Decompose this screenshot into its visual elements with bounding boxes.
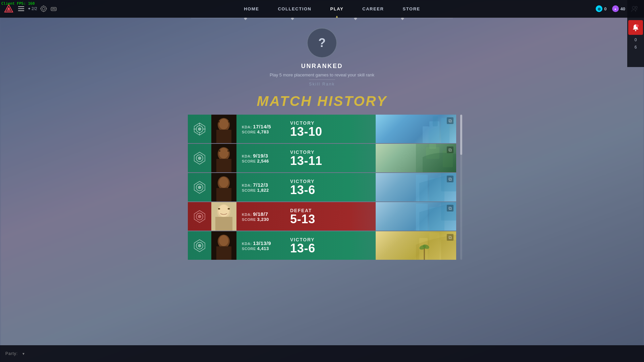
match-stats: KDA: 13/13/9 SCORE 4,413 <box>236 231 283 260</box>
party-chevron-icon: ▼ <box>22 352 25 356</box>
match-stats: KDA: 17/14/5 SCORE 4,783 <box>236 115 283 143</box>
copy-icon[interactable]: ⧉ <box>447 146 453 153</box>
rp-currency: ▲ 40 <box>612 5 625 12</box>
party-dropdown[interactable]: ▼ <box>22 352 25 356</box>
settings-icon[interactable] <box>40 5 47 12</box>
kda-value: 9/19/3 <box>253 153 268 159</box>
svg-point-9 <box>54 8 55 10</box>
hamburger-menu[interactable] <box>17 5 25 13</box>
scrollbar-thumb <box>460 115 462 155</box>
match-history-title: MATCH HISTORY <box>257 93 387 109</box>
notification-count-6: 6 <box>627 45 644 50</box>
copy-icon[interactable]: ⧉ <box>447 205 453 212</box>
fps-counter: Client FPS: 160 <box>1 1 35 6</box>
svg-point-14 <box>636 24 639 27</box>
match-rank-icon <box>188 173 211 201</box>
copy-icon[interactable]: ⧉ <box>447 117 453 124</box>
score-label: SCORE 4,783 <box>242 129 278 134</box>
nav-play[interactable]: PLAY <box>321 0 353 18</box>
rp-icon: ▲ <box>612 5 619 12</box>
kda-label: KDA: 7/12/3 <box>242 182 278 188</box>
svg-point-2 <box>42 7 45 10</box>
score-value: 2,546 <box>257 159 269 164</box>
topbar: ✦ 2/2 HOME COLLECTION PL <box>0 0 644 18</box>
nav-collection[interactable]: COLLECTION <box>268 0 321 18</box>
kda-label: KDA: 9/19/3 <box>242 153 278 159</box>
vp-icon: ◎ <box>596 5 602 12</box>
result-score: 5-13 <box>290 213 315 225</box>
match-row[interactable]: KDA: 17/14/5 SCORE 4,783 VICTORY 13-10 <box>188 115 456 143</box>
agent-portrait <box>211 202 236 231</box>
svg-rect-23 <box>216 130 231 143</box>
svg-point-63 <box>198 244 201 247</box>
match-rank-icon <box>188 202 211 231</box>
nav-home[interactable]: HOME <box>234 0 268 18</box>
kda-value: 13/13/9 <box>253 240 271 246</box>
agent-count: ✦ 2/2 <box>28 6 37 11</box>
result-score: 13-10 <box>290 126 322 138</box>
svg-rect-37 <box>219 150 220 152</box>
party-label: Party: <box>5 351 18 356</box>
match-row[interactable]: KDA: 9/18/7 SCORE 3,230 DEFEAT 5-13 ⧉ <box>188 202 456 231</box>
match-row[interactable]: KDA: 13/13/9 SCORE 4,413 VICTORY 13-6 <box>188 231 456 260</box>
agent-portrait <box>211 173 236 201</box>
svg-rect-41 <box>429 144 436 149</box>
nav-career[interactable]: CAREER <box>353 0 393 18</box>
score-value: 1,822 <box>257 188 269 193</box>
score-label: SCORE 1,822 <box>242 188 278 193</box>
svg-point-0 <box>8 8 10 10</box>
result-score: 13-11 <box>290 155 322 167</box>
match-map <box>376 115 456 143</box>
match-list: KDA: 17/14/5 SCORE 4,783 VICTORY 13-10 <box>188 115 456 260</box>
match-rank-icon <box>188 144 211 172</box>
bottombar: Party: ▼ <box>0 345 644 362</box>
match-map <box>376 202 456 231</box>
score-value: 4,783 <box>257 129 269 134</box>
kda-value: 17/14/5 <box>253 124 271 129</box>
svg-point-47 <box>219 177 228 188</box>
agent-portrait <box>211 231 236 260</box>
star-icon: ✦ <box>28 6 31 11</box>
agent-portrait <box>211 115 236 143</box>
kda-label: KDA: 13/13/9 <box>242 240 278 246</box>
notification-button[interactable] <box>628 20 643 35</box>
svg-rect-25 <box>218 121 220 122</box>
score-value: 4,413 <box>257 246 269 251</box>
match-row[interactable]: KDA: 7/12/3 SCORE 1,822 VICTORY 13-6 ⧉ <box>188 173 456 201</box>
score-label: SCORE 3,230 <box>242 217 278 222</box>
svg-point-43 <box>198 186 201 189</box>
svg-point-13 <box>635 30 636 31</box>
svg-point-36 <box>219 148 228 159</box>
match-stats: KDA: 7/12/3 SCORE 1,822 <box>236 173 283 201</box>
svg-rect-66 <box>216 246 231 260</box>
controller-icon[interactable] <box>50 5 57 12</box>
match-result: VICTORY 13-11 <box>283 144 376 172</box>
score-value: 3,230 <box>257 217 269 222</box>
kda-value: 9/18/7 <box>253 211 268 217</box>
nav-store[interactable]: STORE <box>393 0 429 18</box>
match-stats: KDA: 9/19/3 SCORE 2,546 <box>236 144 283 172</box>
svg-rect-26 <box>228 121 230 122</box>
svg-point-8 <box>52 8 53 10</box>
match-row[interactable]: KDA: 9/19/3 SCORE 2,546 VICTORY 13-11 <box>188 144 456 172</box>
rank-section: ? UNRANKED Play 5 more placement games t… <box>270 28 374 86</box>
copy-icon[interactable]: ⧉ <box>447 176 453 182</box>
result-score: 13-6 <box>290 184 315 196</box>
copy-icon[interactable]: ⧉ <box>447 234 453 241</box>
match-rank-icon <box>188 231 211 260</box>
svg-rect-7 <box>51 7 56 11</box>
svg-point-1 <box>41 6 46 11</box>
match-result: DEFEAT 5-13 <box>283 202 376 231</box>
match-map <box>376 231 456 260</box>
main-nav: HOME COLLECTION PLAY CAREER STORE <box>114 0 550 18</box>
svg-rect-55 <box>215 217 232 231</box>
kda-value: 7/12/3 <box>253 182 268 188</box>
svg-point-52 <box>198 215 201 218</box>
match-result: VICTORY 13-6 <box>283 231 376 260</box>
svg-rect-35 <box>216 159 231 172</box>
match-result: VICTORY 13-10 <box>283 115 376 143</box>
scrollbar[interactable] <box>460 115 462 260</box>
match-stats: KDA: 9/18/7 SCORE 3,230 <box>236 202 283 231</box>
score-label: SCORE 2,546 <box>242 159 278 164</box>
svg-point-24 <box>219 119 228 129</box>
